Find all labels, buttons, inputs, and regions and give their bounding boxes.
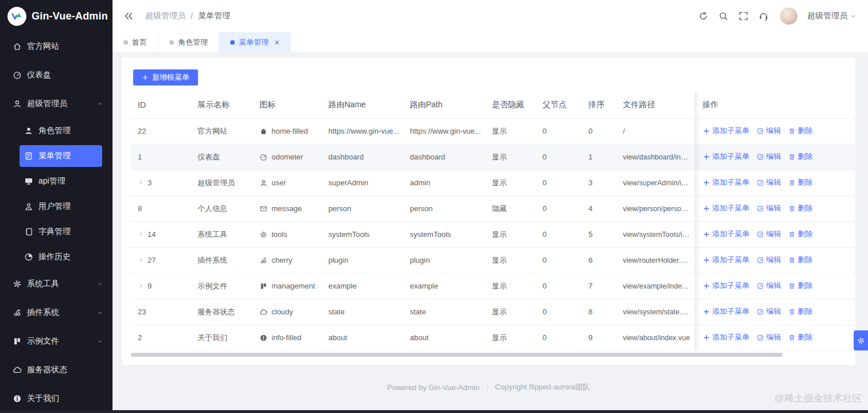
cell-icon: user <box>253 170 321 196</box>
sidebar-subitem-2-0[interactable]: 角色管理 <box>20 118 102 143</box>
customer-icon <box>24 126 33 135</box>
sidebar-item-1[interactable]: 仪表盘 <box>0 61 113 89</box>
sidebar-subitem-2-2[interactable]: api管理 <box>20 169 102 194</box>
cell-icon: tools <box>253 221 321 247</box>
edit-button[interactable]: 编辑 <box>757 306 781 317</box>
expand-row-icon[interactable] <box>138 180 144 185</box>
sidebar: Gin-Vue-Admin 官方网站仪表盘超级管理员角色管理菜单管理api管理用… <box>0 0 113 413</box>
search-icon[interactable] <box>718 11 728 21</box>
edit-button[interactable]: 编辑 <box>757 126 781 136</box>
edit-icon <box>757 334 764 341</box>
expand-row-icon[interactable] <box>138 257 144 263</box>
add-child-menu-button[interactable]: 添加子菜单 <box>703 229 750 239</box>
collapse-sidebar-icon[interactable] <box>123 10 134 22</box>
cell-name: 超级管理员 <box>191 170 253 196</box>
delete-button[interactable]: 删除 <box>788 151 813 162</box>
sidebar-item-3[interactable]: 系统工具 <box>0 270 113 298</box>
plus-icon <box>703 179 710 186</box>
tab-2[interactable]: 菜单管理× <box>219 32 291 52</box>
cell-icon: odometer <box>253 144 321 170</box>
expand-row-icon[interactable] <box>138 283 144 289</box>
breadcrumb: 超级管理员 / 菜单管理 <box>145 11 230 21</box>
add-child-menu-button[interactable]: 添加子菜单 <box>703 151 750 162</box>
cell-file-path: / <box>616 118 695 144</box>
sidebar-subitem-2-3[interactable]: 用户管理 <box>20 194 102 219</box>
cell-actions: 添加子菜单编辑删除 <box>695 299 855 325</box>
cell-file-path: view/dashboard/index.vu... <box>616 144 695 170</box>
headset-icon[interactable] <box>758 11 769 21</box>
cell-route-name: dashboard <box>321 144 403 170</box>
cell-id: 14 <box>131 221 191 247</box>
add-child-menu-button[interactable]: 添加子菜单 <box>703 255 750 265</box>
delete-icon <box>788 282 796 290</box>
cell-icon: message <box>253 196 321 221</box>
add-child-menu-button[interactable]: 添加子菜单 <box>703 332 750 342</box>
sidebar-item-5[interactable]: 示例文件 <box>0 327 113 356</box>
refresh-icon[interactable] <box>698 11 708 21</box>
sidebar-item-2[interactable]: 超级管理员 <box>0 89 113 118</box>
delete-button[interactable]: 删除 <box>788 332 813 342</box>
add-child-menu-button[interactable]: 添加子菜单 <box>703 280 750 291</box>
icon-name-label: message <box>272 204 302 213</box>
fullscreen-icon[interactable] <box>738 11 749 21</box>
copyright-text: Copyright flipped-aurora团队 <box>495 382 590 392</box>
cell-file-path: view/superAdmin/index.v... <box>616 170 695 196</box>
delete-button[interactable]: 删除 <box>788 280 813 291</box>
add-child-menu-button[interactable]: 添加子菜单 <box>703 177 750 188</box>
table-row: 8个人信息messagepersonperson隐藏04view/person/… <box>131 196 855 221</box>
add-child-menu-button[interactable]: 添加子菜单 <box>703 203 750 213</box>
add-child-menu-button[interactable]: 添加子菜单 <box>703 306 750 317</box>
cell-route-name: superAdmin <box>321 170 403 196</box>
cell-route-name: example <box>321 273 403 299</box>
sidebar-subitem-label: 菜单管理 <box>38 151 71 161</box>
sidebar-item-6[interactable]: 服务器状态 <box>0 356 113 384</box>
cell-actions: 添加子菜单编辑删除 <box>695 196 855 221</box>
cell-route-path: https://www.gin-vue... <box>403 118 485 144</box>
tab-close-icon[interactable]: × <box>274 38 280 46</box>
menu-table-card: 新增根菜单 ID展示名称图标路由Name路由Path是否隐藏父节点排序文件路径操… <box>122 57 855 365</box>
sidebar-item-4[interactable]: 插件系统 <box>0 298 113 327</box>
edit-button[interactable]: 编辑 <box>757 332 781 342</box>
user-menu[interactable]: 超级管理员 <box>807 11 857 21</box>
add-child-menu-button[interactable]: 添加子菜单 <box>703 126 750 136</box>
sidebar-subitem-2-5[interactable]: 操作历史 <box>20 244 102 270</box>
window-bottom-edge <box>0 410 868 413</box>
cell-route-name: https://www.gin-vue... <box>321 118 403 144</box>
sidebar-item-7[interactable]: 关于我们 <box>0 384 113 413</box>
add-root-menu-button[interactable]: 新增根菜单 <box>133 69 198 85</box>
edit-button[interactable]: 编辑 <box>757 203 781 213</box>
edit-icon <box>757 282 764 290</box>
delete-button[interactable]: 删除 <box>788 229 813 239</box>
delete-button[interactable]: 删除 <box>788 177 813 188</box>
sidebar-item-label: 系统工具 <box>27 279 59 289</box>
breadcrumb-parent[interactable]: 超级管理员 <box>145 11 185 21</box>
edit-button[interactable]: 编辑 <box>757 151 781 162</box>
column-header-9: 操作 <box>695 92 855 118</box>
user-icon <box>13 99 22 108</box>
edit-button[interactable]: 编辑 <box>757 177 781 188</box>
tab-0[interactable]: 首页 <box>113 32 158 52</box>
tab-1[interactable]: 角色管理 <box>158 32 219 52</box>
footer-divider: | <box>486 383 488 392</box>
expand-row-icon[interactable] <box>138 231 144 237</box>
system-config-button[interactable] <box>854 330 868 350</box>
edit-button[interactable]: 编辑 <box>757 255 781 265</box>
user-avatar[interactable] <box>780 7 797 25</box>
edit-button[interactable]: 编辑 <box>757 280 781 291</box>
cell-hidden: 显示 <box>485 144 536 170</box>
monitor-icon <box>24 177 33 186</box>
cell-actions: 添加子菜单编辑删除 <box>695 247 855 273</box>
sidebar-submenu: 角色管理菜单管理api管理用户管理字典管理操作历史 <box>0 118 113 270</box>
plus-icon <box>703 127 710 135</box>
icon-name-label: info-filled <box>272 333 301 342</box>
sidebar-subitem-2-1[interactable]: 菜单管理 <box>20 145 102 167</box>
delete-button[interactable]: 删除 <box>788 306 813 317</box>
horizontal-scrollbar-thumb[interactable] <box>131 353 782 357</box>
sidebar-item-0[interactable]: 官方网站 <box>0 32 113 61</box>
edit-button[interactable]: 编辑 <box>757 229 781 239</box>
delete-button[interactable]: 删除 <box>788 203 813 213</box>
delete-button[interactable]: 删除 <box>788 126 813 136</box>
delete-button[interactable]: 删除 <box>788 255 813 265</box>
table-header-row: ID展示名称图标路由Name路由Path是否隐藏父节点排序文件路径操作 <box>131 92 855 118</box>
sidebar-subitem-2-4[interactable]: 字典管理 <box>20 219 102 244</box>
